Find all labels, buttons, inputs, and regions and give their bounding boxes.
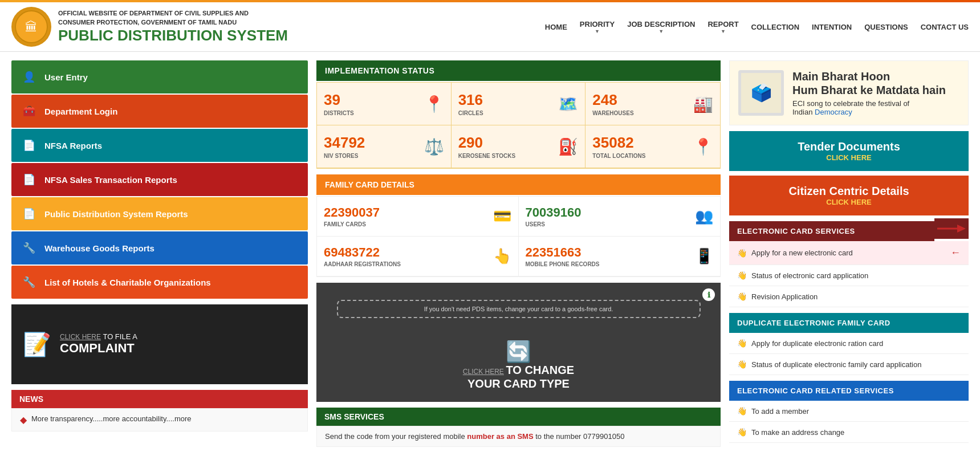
circles-icon: 🗺️	[558, 95, 578, 113]
main-nav: HOME PRIORITY ▼ JOB DESCRIPTION ▼ REPORT…	[545, 20, 969, 34]
nav-priority[interactable]: PRIORITY ▼	[580, 20, 615, 34]
users-number: 70039160	[526, 205, 582, 220]
warehouses-number: 248	[592, 91, 633, 109]
sidebar-item-hotels[interactable]: 🔧 List of Hotels & Charitable Organizati…	[11, 266, 308, 299]
impl-cell-kerosene: 290 KEROSENE STOCKS ⛽	[452, 125, 586, 168]
sidebar-item-department-login[interactable]: 🧰 Department Login	[11, 95, 308, 128]
citizen-main-text: Citizen Centric Details	[738, 185, 959, 198]
impl-cell-circles: 316 CIRCLES 🗺️	[452, 83, 586, 125]
bottom-cards: 📝 CLICK HERE TO FILE A COMPLAINT	[11, 304, 308, 384]
hand-icon: 👋	[737, 428, 747, 437]
change-text: CLICK HERE TO CHANGE YOUR CARD TYPE	[463, 364, 574, 390]
nav-report[interactable]: REPORT ▼	[707, 20, 738, 34]
impl-status-header: IMPLEMENTATION STATUS	[316, 60, 721, 81]
districts-number: 39	[324, 91, 354, 109]
site-title-area: OFFICIAL WEBSITE OF DEPARTMENT OF CIVIL …	[58, 9, 288, 44]
chevron-down-icon: ▼	[721, 29, 726, 34]
nav-home[interactable]: HOME	[545, 23, 567, 31]
sidebar-menu: 👤 User Entry 🧰 Department Login 📄 NFSA R…	[11, 60, 308, 299]
sidebar-item-nfsa-sales[interactable]: 📄 NFSA Sales Transaction Reports	[11, 163, 308, 196]
news-section: NEWS ◆ More transparency.....more accoun…	[11, 390, 308, 432]
complaint-click-here[interactable]: CLICK HERE	[60, 333, 101, 341]
news-header: NEWS	[11, 390, 308, 408]
mobile-icon: 📱	[695, 247, 713, 265]
citizen-centric-button[interactable]: Citizen Centric Details CLICK HERE	[729, 176, 969, 215]
impl-cell-districts: 39 DISTRICTS 📍	[317, 83, 452, 125]
site-subtitle: OFFICIAL WEBSITE OF DEPARTMENT OF CIVIL …	[58, 9, 288, 27]
sidebar-item-pds-reports[interactable]: 📄 Public Distribution System Reports	[11, 197, 308, 230]
hand-icon: 👋	[737, 292, 747, 301]
impl-cell-total-locations: 35082 TOTAL LOCATIONS 📍	[585, 125, 720, 168]
mobile-number: 22351663	[526, 245, 600, 260]
service-address-change[interactable]: 👋 To make an address change	[729, 422, 969, 443]
family-cell-cards: 22390037 FAMILY CARDS 💳	[317, 197, 519, 237]
aadhaar-icon: 👆	[493, 247, 511, 265]
service-add-member[interactable]: 👋 To add a member	[729, 401, 969, 422]
arrow-area	[934, 218, 969, 239]
change-click-here[interactable]: CLICK HERE	[463, 368, 504, 376]
service-apply-duplicate[interactable]: 👋 Apply for duplicate electronic ration …	[729, 333, 969, 354]
aadhaar-number: 69483722	[324, 245, 401, 260]
sidebar-item-nfsa-reports[interactable]: 📄 NFSA Reports	[11, 129, 308, 162]
users-label: USERS	[526, 221, 582, 227]
service-apply-new-card[interactable]: 👋 Apply for a new electronic card ←	[729, 241, 969, 265]
right-column: 🗳️ Main Bharat Hoon Hum Bharat ke Matdat…	[729, 60, 969, 447]
left-column: 👤 User Entry 🧰 Department Login 📄 NFSA R…	[11, 60, 308, 447]
sms-highlight: number as an SMS	[467, 432, 533, 441]
nav-collection[interactable]: COLLECTION	[751, 23, 800, 31]
aadhaar-label: AADHAAR REGISTRATIONS	[324, 261, 401, 267]
change-card-content: 🔄 CLICK HERE TO CHANGE YOUR CARD TYPE	[463, 340, 574, 390]
info-icon: ℹ	[702, 288, 715, 301]
nav-contact-us[interactable]: CONTACT US	[921, 23, 969, 31]
tender-sub-text: CLICK HERE	[738, 153, 959, 162]
complaint-big-text: COMPLAINT	[60, 341, 137, 356]
red-arrow-icon	[937, 220, 966, 237]
service-revision-application[interactable]: 👋 Revision Application	[729, 286, 969, 307]
banner-text: Main Bharat Hoon Hum Bharat ke Matdata h…	[792, 70, 959, 116]
sidebar-item-warehouse[interactable]: 🔧 Warehouse Goods Reports	[11, 231, 308, 264]
change-card[interactable]: If you don't need PDS items, change your…	[316, 283, 721, 402]
sidebar-item-user-entry[interactable]: 👤 User Entry	[11, 60, 308, 93]
svg-text:🏛: 🏛	[25, 20, 38, 34]
impl-cell-warehouses: 248 WAREHOUSES 🏭	[585, 83, 720, 125]
sms-header: SMS SERVICES	[316, 408, 721, 426]
logo-emblem-icon: 🏛	[14, 10, 48, 44]
nav-job-description[interactable]: JOB DESCRIPTION ▼	[627, 20, 695, 34]
family-card-grid: 22390037 FAMILY CARDS 💳 70039160 USERS 👥…	[316, 196, 721, 277]
service-status-duplicate[interactable]: 👋 Status of duplicate electronic family …	[729, 354, 969, 375]
citizen-sub-text: CLICK HERE	[738, 198, 959, 206]
dashed-bubble: If you don't need PDS items, change your…	[336, 300, 700, 318]
kerosene-number: 290	[458, 134, 515, 152]
user-icon: 👤	[21, 68, 38, 86]
niv-stores-icon: ⚖️	[424, 137, 444, 156]
family-cards-label: FAMILY CARDS	[324, 221, 380, 227]
total-locations-icon: 📍	[693, 137, 713, 156]
arrow-right-icon: ←	[950, 247, 961, 259]
circles-label: CIRCLES	[458, 110, 483, 116]
document-icon: 📄	[21, 205, 38, 222]
warehouses-label: WAREHOUSES	[592, 110, 633, 116]
svg-text:🗳️: 🗳️	[751, 83, 772, 103]
ecr-services-header: ELECTRONIC CARD RELATED SERVICES	[729, 381, 969, 401]
complaint-card[interactable]: 📝 CLICK HERE TO FILE A COMPLAINT	[11, 304, 308, 384]
middle-column: IMPLEMENTATION STATUS 39 DISTRICTS 📍 316…	[316, 60, 721, 447]
niv-stores-number: 34792	[324, 134, 365, 152]
service-status-card[interactable]: 👋 Status of electronic card application	[729, 265, 969, 286]
svg-marker-5	[957, 225, 966, 233]
news-item: ◆ More transparency.....more accountabil…	[20, 414, 299, 425]
impl-cell-niv-stores: 34792 NIV STORES ⚖️	[317, 125, 452, 168]
sms-section: SMS SERVICES Send the code from your reg…	[316, 408, 721, 447]
news-bullet-icon: ◆	[20, 414, 27, 425]
nav-intention[interactable]: INTENTION	[812, 23, 852, 31]
tender-documents-button[interactable]: Tender Documents CLICK HERE	[729, 131, 969, 171]
nav-questions[interactable]: QUESTIONS	[864, 23, 908, 31]
hand-icon: 👋	[737, 360, 747, 369]
warehouse-icon: 🔧	[21, 239, 38, 257]
main-content: 👤 User Entry 🧰 Department Login 📄 NFSA R…	[0, 52, 980, 455]
briefcase-icon: 🧰	[21, 103, 38, 120]
banner-desc: ECI song to celebrate the festival of In…	[792, 99, 959, 116]
districts-label: DISTRICTS	[324, 110, 354, 116]
complaint-icon: 📝	[23, 331, 51, 358]
tender-main-text: Tender Documents	[738, 140, 959, 153]
refresh-icon: 🔄	[463, 340, 574, 364]
